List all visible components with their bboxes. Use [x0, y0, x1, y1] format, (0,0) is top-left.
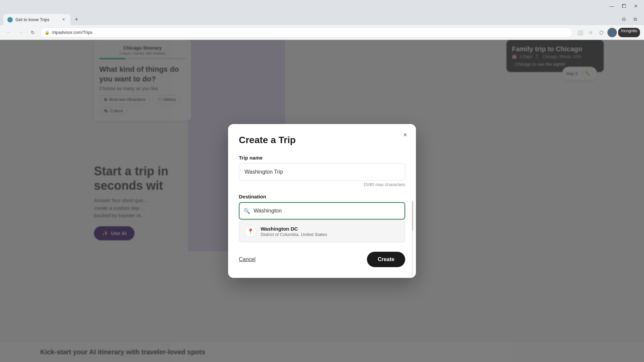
extension-icon[interactable]: ⬡ [597, 28, 606, 37]
destination-group: Destination 🔍 📍 Washington DC District o… [239, 194, 405, 242]
maximize-button[interactable]: ⧠ [619, 1, 629, 11]
modal-title: Create a Trip [239, 135, 405, 145]
modal-scroll-thumb [412, 201, 413, 231]
browser-chrome: — ⧠ ✕ Get to know Trips ✕ + ⊟ ⧉ ← → [0, 0, 644, 40]
destination-label: Destination [239, 194, 405, 199]
lock-icon: 🔒 [45, 30, 50, 35]
cancel-button[interactable]: Cancel [239, 254, 256, 265]
dropdown-item-sub: District of Columbia, United States [261, 232, 327, 237]
url-text: tripadvisor.com/Trips [52, 30, 92, 35]
modal-scroll-indicator [412, 201, 413, 275]
tab-minimize-icon[interactable]: ⊟ [619, 14, 629, 24]
destination-input[interactable] [239, 202, 405, 220]
bookmark-icon[interactable]: ☆ [586, 28, 595, 37]
refresh-icon: ↻ [31, 30, 35, 35]
tab-expand-icon[interactable]: ⧉ [631, 14, 640, 24]
create-trip-modal: × Create a Trip Trip name 15/80 max char… [228, 124, 416, 278]
modal-actions: Cancel Create [239, 252, 405, 267]
trip-name-label: Trip name [239, 155, 405, 161]
minimize-button[interactable]: — [607, 1, 616, 11]
modal-close-button[interactable]: × [400, 129, 411, 140]
new-tab-button[interactable]: + [72, 15, 81, 24]
forward-icon: → [18, 30, 23, 35]
dropdown-item-main: Washington DC [261, 226, 327, 232]
incognito-badge: Incognito [618, 28, 640, 37]
destination-input-wrapper: 🔍 [239, 202, 405, 220]
tab-label: Get to know Trips [15, 17, 49, 22]
address-bar[interactable]: 🔒 tripadvisor.com/Trips [40, 27, 573, 38]
char-count: 15/80 max characters [239, 182, 405, 187]
search-icon: 🔍 [244, 208, 250, 214]
trip-name-group: Trip name 15/80 max characters [239, 155, 405, 187]
back-button[interactable]: ← [4, 28, 13, 37]
tab-close-button[interactable]: ✕ [60, 17, 66, 23]
destination-dropdown: 📍 Washington DC District of Columbia, Un… [239, 220, 405, 242]
modal-overlay: × Create a Trip Trip name 15/80 max char… [0, 40, 644, 362]
browser-title-bar: — ⧠ ✕ [0, 0, 644, 12]
close-icon: × [403, 131, 407, 139]
forward-button[interactable]: → [16, 28, 25, 37]
browser-toolbar: ← → ↻ 🔒 tripadvisor.com/Trips ⬜ ☆ ⬡ 👤 In… [0, 25, 644, 40]
trip-name-input[interactable] [239, 163, 405, 181]
profile-icon[interactable]: 👤 [607, 28, 617, 37]
back-icon: ← [6, 30, 11, 35]
dropdown-item-text: Washington DC District of Columbia, Unit… [261, 226, 327, 237]
create-button[interactable]: Create [367, 252, 405, 267]
tab-bar: Get to know Trips ✕ + ⊟ ⧉ [0, 12, 644, 25]
refresh-button[interactable]: ↻ [28, 28, 38, 37]
toolbar-icons: ⬜ ☆ ⬡ 👤 Incognito [575, 28, 640, 37]
dropdown-item-washington-dc[interactable]: 📍 Washington DC District of Columbia, Un… [239, 221, 405, 242]
location-pin-icon: 📍 [245, 225, 257, 237]
active-tab[interactable]: Get to know Trips ✕ [3, 14, 70, 25]
close-window-button[interactable]: ✕ [631, 1, 641, 11]
page-background: Chicago Itinerary 3 days • Family with c… [0, 40, 644, 362]
cast-icon[interactable]: ⬜ [575, 28, 585, 37]
tab-favicon [7, 17, 13, 22]
